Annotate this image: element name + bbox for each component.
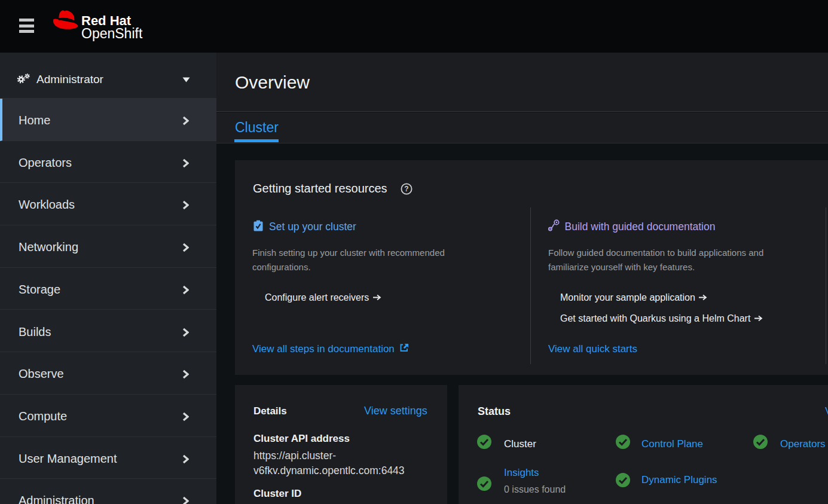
svg-text:?: ?	[404, 185, 408, 193]
